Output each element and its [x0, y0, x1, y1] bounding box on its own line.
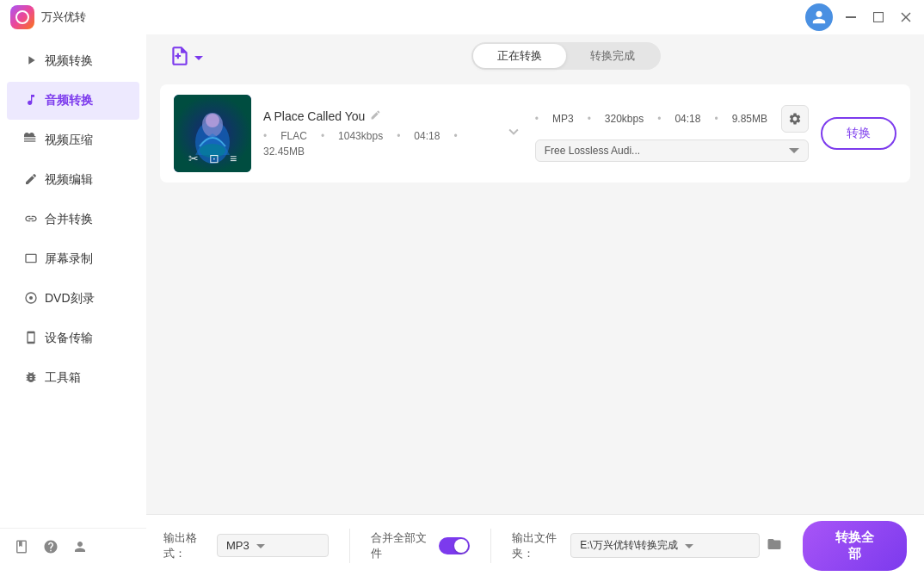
app-title: 万兴优转 [41, 9, 805, 25]
output-path-value: E:\万兴优转\转换完成 [580, 538, 678, 553]
video-convert-icon [24, 53, 38, 70]
file-thumbnail: ✂ ⊡ ≡ [174, 95, 251, 172]
output-path-label: 输出文件夹： [512, 530, 564, 561]
svg-rect-4 [24, 138, 35, 139]
list-icon[interactable]: ≡ [230, 152, 237, 165]
convert-button[interactable]: 转换 [821, 117, 896, 150]
audio-convert-icon [24, 93, 38, 109]
output-format-dot: • [535, 113, 539, 125]
sidebar-item-device-transfer-label: 设备传输 [45, 331, 93, 346]
screen-record-icon [24, 251, 38, 268]
sidebar-item-screen-record-label: 屏幕录制 [45, 251, 93, 267]
content-area: 正在转换 转换完成 [146, 34, 924, 576]
sidebar-item-audio-convert[interactable]: 音频转换 [7, 82, 139, 120]
toolbar: 正在转换 转换完成 [146, 34, 924, 77]
book-icon[interactable] [14, 539, 29, 559]
user-icon[interactable] [72, 539, 88, 559]
sidebar-item-toolbox-label: 工具箱 [45, 370, 81, 386]
edit-title-icon[interactable] [370, 109, 381, 123]
sidebar-item-toolbox[interactable]: 工具箱 [7, 359, 139, 397]
sidebar-item-video-compress-label: 视频压缩 [45, 133, 93, 148]
output-format-label: 输出格式： [163, 530, 210, 561]
trim-icon[interactable]: ✂ [188, 152, 199, 165]
browse-folder-icon[interactable] [767, 536, 782, 555]
titlebar: 万兴优转 [0, 0, 924, 34]
output-settings-button[interactable] [781, 105, 809, 133]
merge-label: 合并全部文件 [371, 530, 432, 561]
output-format-select[interactable]: MP3 [217, 534, 329, 557]
crop-icon[interactable]: ⊡ [209, 152, 219, 165]
bottom-bar: 输出格式： MP3 合并全部文件 输出文件夹： E:\万兴优转\转换完成 [146, 514, 924, 576]
source-format: FLAC [280, 130, 307, 142]
convert-arrow[interactable] [504, 122, 523, 146]
sidebar-item-device-transfer[interactable]: 设备传输 [7, 319, 139, 357]
output-preset-text: Free Lossless Audi... [545, 145, 784, 157]
sidebar-item-video-convert[interactable]: 视频转换 [7, 42, 139, 80]
sidebar-bottom [0, 528, 146, 569]
svg-rect-0 [846, 16, 856, 18]
sidebar-item-video-edit[interactable]: 视频编辑 [7, 161, 139, 199]
svg-rect-1 [874, 13, 884, 22]
divider-2 [490, 529, 491, 563]
merge-files-field: 合并全部文件 [371, 530, 470, 561]
source-bitrate-dot: • [321, 130, 324, 142]
output-info: • MP3 • 320kbps • 04:18 • 9.85MB [535, 105, 809, 162]
file-list: ✂ ⊡ ≡ A Place Called You • [146, 77, 924, 514]
sidebar-item-dvd-burn-label: DVD刻录 [45, 291, 95, 307]
tab-completed[interactable]: 转换完成 [566, 44, 659, 68]
output-duration: 04:18 [675, 113, 700, 125]
video-edit-icon [24, 172, 38, 189]
toolbox-icon [24, 370, 38, 387]
status-tabs: 正在转换 转换完成 [471, 42, 661, 70]
source-duration-dot: • [397, 130, 400, 142]
svg-point-7 [29, 296, 33, 300]
file-title: A Place Called You [263, 109, 365, 123]
source-duration: 04:18 [414, 130, 440, 142]
user-avatar[interactable] [805, 3, 833, 31]
sidebar-item-video-compress[interactable]: 视频压缩 [7, 121, 139, 159]
output-duration-dot: • [657, 113, 661, 125]
toggle-knob [454, 539, 468, 553]
file-item: ✂ ⊡ ≡ A Place Called You • [160, 84, 910, 183]
sidebar: 视频转换 音频转换 视频压缩 视频编辑 合并转换 [0, 34, 146, 576]
close-button[interactable] [898, 9, 914, 25]
sidebar-item-dvd-burn[interactable]: DVD刻录 [7, 280, 139, 318]
sidebar-item-video-edit-label: 视频编辑 [45, 172, 93, 188]
merge-convert-icon [24, 212, 38, 228]
video-compress-icon [24, 133, 38, 149]
output-meta: • MP3 • 320kbps • 04:18 • 9.85MB [535, 105, 809, 133]
file-info: A Place Called You • FLAC • 1043kbps • 0… [263, 109, 492, 158]
source-format-dot: • [263, 130, 267, 142]
add-file-button[interactable] [160, 40, 212, 72]
output-path-field: 输出文件夹： E:\万兴优转\转换完成 [512, 530, 782, 561]
sidebar-item-video-convert-label: 视频转换 [45, 53, 93, 69]
output-path-select[interactable]: E:\万兴优转\转换完成 [570, 533, 760, 558]
output-format: MP3 [552, 113, 574, 125]
output-format-field: 输出格式： MP3 [163, 530, 329, 561]
sidebar-item-audio-convert-label: 音频转换 [45, 93, 93, 108]
minimize-button[interactable] [843, 9, 859, 25]
merge-toggle[interactable] [439, 537, 470, 554]
add-dropdown-arrow[interactable] [194, 45, 203, 67]
maximize-button[interactable] [871, 9, 886, 25]
output-format-value: MP3 [226, 539, 249, 552]
output-bitrate-dot: • [588, 113, 591, 125]
convert-all-button[interactable]: 转换全部 [803, 521, 907, 571]
file-meta: • FLAC • 1043kbps • 04:18 • 32.45MB [263, 130, 492, 158]
sidebar-item-merge-convert[interactable]: 合并转换 [7, 201, 139, 238]
output-size: 9.85MB [732, 113, 767, 125]
divider [349, 529, 350, 563]
output-preset-select[interactable]: Free Lossless Audi... [535, 139, 809, 162]
sidebar-item-screen-record[interactable]: 屏幕录制 [7, 240, 139, 278]
thumbnail-controls: ✂ ⊡ ≡ [174, 148, 251, 169]
source-size: 32.45MB [263, 146, 305, 158]
output-size-dot: • [714, 113, 718, 125]
sidebar-item-merge-convert-label: 合并转换 [45, 212, 93, 227]
app-logo [10, 5, 34, 29]
svg-point-11 [206, 114, 219, 127]
tab-converting[interactable]: 正在转换 [473, 44, 566, 68]
dvd-burn-icon [24, 291, 38, 307]
help-icon[interactable] [43, 539, 59, 559]
file-name-row: A Place Called You [263, 109, 492, 123]
source-size-dot: • [453, 130, 457, 142]
